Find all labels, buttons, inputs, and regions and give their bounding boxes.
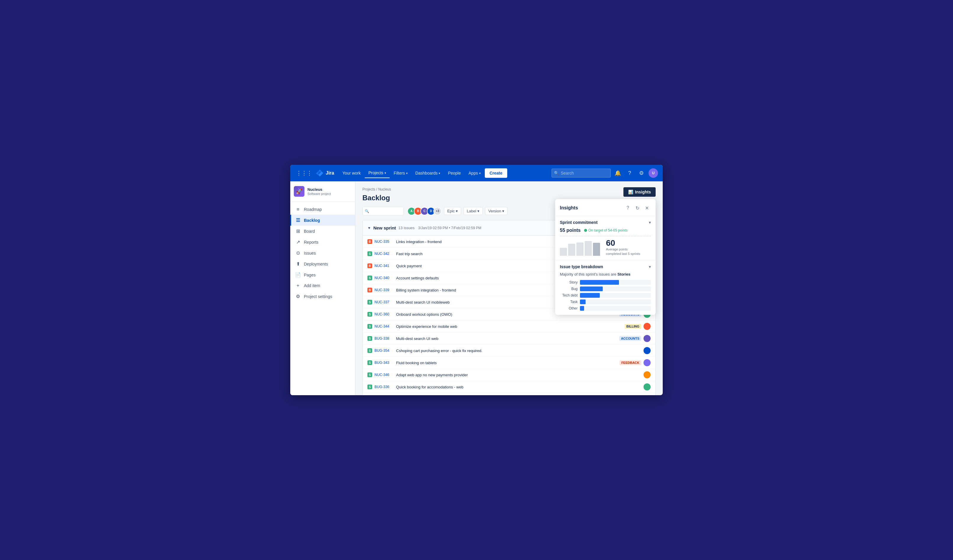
version-filter-btn[interactable]: Version ▾ (485, 207, 508, 215)
jira-logo[interactable]: Jira (316, 169, 334, 177)
insights-panel: Insights ? ↻ ✕ Sprint commitment ▾ 55 po… (555, 199, 656, 315)
create-issue-row[interactable]: + Create issue (363, 393, 655, 395)
breadcrumb-projects[interactable]: Projects (362, 187, 375, 192)
nav-apps[interactable]: Apps ▾ (465, 169, 484, 178)
label-chevron-icon: ▾ (477, 209, 480, 213)
issue-key: NUC-360 (374, 312, 394, 316)
breakdown-bar-row: Other (560, 306, 651, 311)
sidebar-label-deployments: Deployments (304, 262, 328, 266)
insights-help-btn[interactable]: ? (624, 204, 632, 212)
create-button[interactable]: Create (485, 169, 507, 178)
horizontal-bar-chart: Story Bug Tech debt Task Other (560, 280, 651, 311)
bar-label: Story (560, 280, 577, 285)
sidebar-item-project-settings[interactable]: ⚙ Project settings (290, 291, 355, 302)
notifications-icon[interactable]: 🔔 (613, 169, 622, 178)
project-header[interactable]: 🚀 Nucleus Software project (290, 181, 355, 202)
sprint-bar (593, 243, 600, 256)
sidebar-item-issues[interactable]: ⊙ Issues (290, 248, 355, 258)
apps-chevron-icon: ▾ (479, 172, 481, 175)
nav-dashboards[interactable]: Dashboards ▾ (412, 169, 444, 178)
issue-avatar (644, 347, 650, 354)
sidebar-nav: ≡ Roadmap ☰ Backlog ⊞ Board ↗ Reports ⊙ (290, 202, 355, 395)
nav-projects[interactable]: Projects ▾ (365, 168, 390, 178)
bar-wrap (593, 243, 600, 256)
insights-header-icons: ? ↻ ✕ (624, 204, 651, 212)
avatar-more[interactable]: +3 (433, 207, 442, 215)
app-container: ⋮⋮⋮ Jira Your work (290, 165, 663, 395)
nav-items: Your work Projects ▾ Filters ▾ Dashboard… (339, 168, 549, 178)
insights-close-btn[interactable]: ✕ (643, 204, 651, 212)
add-item-icon: + (295, 283, 301, 288)
issue-row[interactable]: S BUG-336 Quick booking for accomodation… (363, 381, 655, 393)
issue-row[interactable]: S BUG-343 Fluid booking on tablets FEEDB… (363, 357, 655, 369)
bar-wrap (560, 248, 567, 256)
insights-refresh-btn[interactable]: ↻ (633, 204, 641, 212)
issues-icon: ⊙ (295, 250, 301, 256)
issue-key: BUG-354 (374, 348, 394, 353)
nav-filters[interactable]: Filters ▾ (390, 169, 411, 178)
bar-track (580, 300, 651, 304)
sidebar-item-deployments[interactable]: ⬆ Deployments (290, 258, 355, 269)
issue-title: Optimize experience for mobile web (396, 324, 622, 329)
sprint-name: New sprint (373, 225, 396, 230)
breakdown-subtitle-highlight: Stories (618, 272, 630, 277)
issue-row[interactable]: S BUG-338 Multi-dest search UI web ACCOU… (363, 333, 655, 345)
dashboards-chevron-icon: ▾ (439, 172, 440, 175)
sidebar-item-backlog[interactable]: ☰ Backlog (290, 215, 355, 226)
epic-filter-btn[interactable]: Epic ▾ (444, 207, 461, 215)
sidebar-item-reports[interactable]: ↗ Reports (290, 237, 355, 248)
sprint-bar (576, 243, 584, 256)
issue-type-icon: S (368, 373, 372, 377)
settings-icon[interactable]: ⚙ (637, 169, 646, 178)
bar-fill (580, 280, 619, 285)
sprint-collapse-btn[interactable]: ▼ (368, 226, 371, 230)
breakdown-subtitle: Majority of this sprint's issues are Sto… (560, 272, 651, 277)
issue-key: BUG-343 (374, 360, 394, 365)
breakdown-chevron[interactable]: ▾ (649, 265, 651, 269)
sidebar-item-pages[interactable]: 📄 Pages (290, 269, 355, 280)
issue-breakdown-section: Issue type breakdown ▾ Majority of this … (555, 260, 656, 315)
bar-label: Task (560, 300, 577, 304)
issue-row[interactable]: S NUC-344 Optimize experience for mobile… (363, 320, 655, 333)
issue-title: Adapt web app no new payments provider (396, 373, 641, 377)
nav-your-work[interactable]: Your work (339, 169, 364, 178)
sidebar-item-add-item[interactable]: + Add item (290, 280, 355, 291)
label-filter-btn[interactable]: Label ▾ (464, 207, 483, 215)
bar-chart (560, 241, 600, 256)
sidebar-label-pages: Pages (304, 272, 316, 277)
issue-type-icon: S (368, 275, 372, 280)
issue-row[interactable]: S BUG-354 Cshoping cart purchasing error… (363, 345, 655, 357)
sprint-commitment-chevron[interactable]: ▾ (649, 220, 651, 225)
avatars-group: A B C D +3 (407, 207, 442, 215)
sprint-commitment-header: Sprint commitment ▾ (560, 220, 651, 225)
insights-button[interactable]: 📊 Insights (623, 187, 656, 197)
breakdown-bar-row: Story (560, 280, 651, 285)
backlog-search-icon: 🔍 (365, 209, 369, 213)
search-input[interactable] (552, 169, 611, 178)
user-avatar[interactable]: U (649, 169, 658, 178)
help-icon[interactable]: ? (625, 169, 634, 178)
nav-people[interactable]: People (444, 169, 464, 178)
issue-avatar (644, 384, 650, 390)
sidebar-label-backlog: Backlog (304, 218, 320, 223)
breakdown-bar-row: Task (560, 300, 651, 304)
epic-chevron-icon: ▾ (456, 209, 458, 213)
bar-label: Bug (560, 287, 577, 291)
issue-key: NUC-342 (374, 252, 394, 256)
insights-panel-header: Insights ? ↻ ✕ (555, 199, 656, 216)
breakdown-header: Issue type breakdown ▾ (560, 265, 651, 269)
issue-key: NUC-340 (374, 276, 394, 280)
issue-type-icon: S (368, 324, 372, 329)
version-chevron-icon: ▾ (502, 209, 504, 213)
grid-icon[interactable]: ⋮⋮⋮ (295, 169, 314, 178)
sidebar-item-board[interactable]: ⊞ Board (290, 226, 355, 237)
breadcrumb-project[interactable]: Nucleus (378, 187, 391, 192)
sidebar-item-roadmap[interactable]: ≡ Roadmap (290, 204, 355, 215)
issue-type-icon: S (368, 300, 372, 305)
issue-row[interactable]: S NUC-346 Adapt web app no new payments … (363, 369, 655, 381)
bar-label: Other (560, 306, 577, 311)
sidebar-label-board: Board (304, 229, 315, 234)
issue-key: BUG-338 (374, 336, 394, 340)
search-icon: 🔍 (554, 171, 559, 175)
bar-track (580, 286, 651, 291)
